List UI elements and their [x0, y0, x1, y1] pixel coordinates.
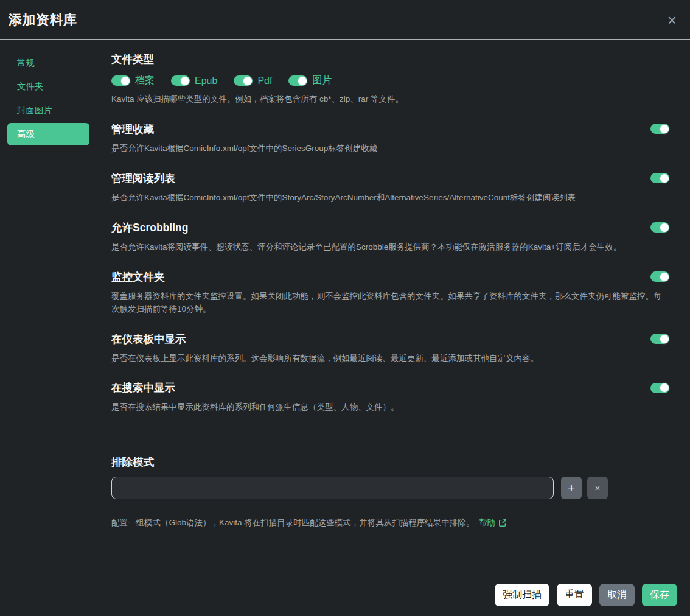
section-heading: 管理阅读列表 [111, 171, 175, 186]
reset-button[interactable]: 重置 [557, 584, 592, 606]
section-description: 是否在仪表板上显示此资料库的系列。这会影响所有数据流，例如最近阅读、最近更新、最… [111, 352, 669, 365]
help-link[interactable]: 帮助 [479, 517, 507, 528]
settings-content: 文件类型 档案 Epub Pdf 图片 Kavita 应该扫描哪些类型的文件。例… [111, 52, 680, 573]
sidebar-item-cover-images[interactable]: 封面图片 [7, 99, 89, 122]
exclude-pattern-row: + × [111, 477, 669, 499]
exclude-pattern-input[interactable] [111, 477, 554, 499]
file-type-toggle-images[interactable]: 图片 [288, 74, 332, 87]
add-library-modal: 添加资料库 × 常规 文件夹 封面图片 高级 文件类型 档案 Epub Pdf … [0, 0, 690, 616]
section-heading: 允许Scrobbling [111, 220, 188, 235]
force-scan-button[interactable]: 强制扫描 [495, 584, 549, 606]
toggle-switch[interactable] [650, 124, 669, 134]
file-type-toggle-pdf[interactable]: Pdf [234, 75, 272, 86]
file-type-label: Epub [195, 75, 217, 86]
section-heading: 监控文件夹 [111, 270, 165, 284]
sidebar-item-advanced[interactable]: 高级 [7, 123, 89, 145]
section-heading: 文件类型 [111, 52, 669, 66]
section-heading: 排除模式 [111, 455, 669, 469]
sidebar-item-label: 高级 [17, 129, 35, 139]
exclude-patterns-section: 排除模式 + × 配置一组模式（Glob语法），Kavita 将在扫描目录时匹配… [111, 455, 669, 528]
toggle-sections: 管理收藏 是否允许Kavita根据ComicInfo.xml/opf文件中的Se… [111, 122, 669, 414]
section-header-row: 管理收藏 [111, 122, 669, 136]
modal-body: 常规 文件夹 封面图片 高级 文件类型 档案 Epub Pdf 图片 Kavit… [0, 40, 690, 573]
section-header-row: 监控文件夹 [111, 270, 669, 284]
modal-footer: 强制扫描重置取消保存 [0, 573, 690, 616]
toggle-switch[interactable] [650, 271, 669, 282]
sidebar-item-folders[interactable]: 文件夹 [7, 75, 89, 98]
modal-header: 添加资料库 × [0, 0, 690, 40]
file-type-label: 图片 [312, 74, 332, 87]
section-header-row: 允许Scrobbling [111, 220, 669, 235]
section-description: 配置一组模式（Glob语法），Kavita 将在扫描目录时匹配这些模式，并将其从… [111, 518, 474, 527]
manage-collections-section: 管理收藏 是否允许Kavita根据ComicInfo.xml/opf文件中的Se… [111, 122, 669, 155]
section-description: 覆盖服务器资料库的文件夹监控设置。如果关闭此功能，则不会监控此资料库包含的文件夹… [111, 290, 669, 316]
include-in-search-section: 在搜索中显示 是否在搜索结果中显示此资料库的系列和任何派生信息（类型、人物、文件… [111, 380, 669, 414]
folder-watching-section: 监控文件夹 覆盖服务器资料库的文件夹监控设置。如果关闭此功能，则不会监控此资料库… [111, 270, 669, 316]
save-button[interactable]: 保存 [642, 584, 677, 606]
help-link-label: 帮助 [479, 517, 495, 528]
allow-scrobbling-section: 允许Scrobbling 是否允许Kavita将阅读事件、想读状态、评分和评论记… [111, 220, 669, 254]
section-header-row: 在仪表板中显示 [111, 332, 669, 346]
section-description: 是否允许Kavita根据ComicInfo.xml/opf文件中的StoryAr… [111, 192, 669, 205]
file-type-toggles: 档案 Epub Pdf 图片 [111, 74, 669, 87]
section-description: 是否在搜索结果中显示此资料库的系列和任何派生信息（类型、人物、文件）。 [111, 401, 669, 414]
add-pattern-button[interactable]: + [561, 477, 582, 499]
toggle-switch[interactable] [650, 222, 669, 233]
file-type-toggle-epub[interactable]: Epub [171, 75, 217, 86]
section-description: 是否允许Kavita将阅读事件、想读状态、评分和评论记录至已配置的Scrobbl… [111, 241, 669, 254]
sidebar-item-label: 封面图片 [17, 105, 52, 115]
file-type-label: 档案 [135, 74, 155, 87]
section-heading: 在搜索中显示 [111, 380, 175, 395]
manage-reading-lists-section: 管理阅读列表 是否允许Kavita根据ComicInfo.xml/opf文件中的… [111, 171, 669, 205]
cancel-button[interactable]: 取消 [599, 584, 635, 606]
section-divider [103, 433, 669, 433]
file-types-section: 文件类型 档案 Epub Pdf 图片 Kavita 应该扫描哪些类型的文件。例… [111, 52, 669, 106]
sidebar-item-label: 常规 [17, 58, 35, 68]
toggle-switch[interactable] [234, 75, 253, 86]
settings-sidebar: 常规 文件夹 封面图片 高级 [7, 52, 89, 573]
file-type-toggle-archives[interactable]: 档案 [111, 74, 155, 87]
remove-pattern-button[interactable]: × [587, 477, 608, 499]
section-header-row: 管理阅读列表 [111, 171, 669, 186]
toggle-switch[interactable] [171, 75, 190, 86]
include-in-dashboard-section: 在仪表板中显示 是否在仪表板上显示此资料库的系列。这会影响所有数据流，例如最近阅… [111, 332, 669, 365]
toggle-switch[interactable] [650, 383, 669, 393]
close-icon[interactable]: × [666, 12, 678, 28]
exclude-pattern-help: 配置一组模式（Glob语法），Kavita 将在扫描目录时匹配这些模式，并将其从… [111, 517, 669, 528]
toggle-switch[interactable] [111, 75, 130, 86]
section-description: Kavita 应该扫描哪些类型的文件。例如，档案将包含所有 cb*、zip、ra… [111, 93, 669, 106]
section-description: 是否允许Kavita根据ComicInfo.xml/opf文件中的SeriesG… [111, 142, 669, 155]
toggle-switch[interactable] [650, 173, 669, 183]
toggle-switch[interactable] [288, 75, 307, 86]
toggle-switch[interactable] [650, 334, 669, 344]
section-heading: 在仪表板中显示 [111, 332, 186, 346]
section-header-row: 在搜索中显示 [111, 380, 669, 395]
sidebar-item-label: 文件夹 [17, 82, 44, 91]
external-link-icon [498, 519, 507, 527]
modal-title: 添加资料库 [9, 11, 77, 29]
sidebar-item-general[interactable]: 常规 [7, 52, 89, 74]
section-heading: 管理收藏 [111, 122, 154, 136]
file-type-label: Pdf [257, 75, 272, 86]
